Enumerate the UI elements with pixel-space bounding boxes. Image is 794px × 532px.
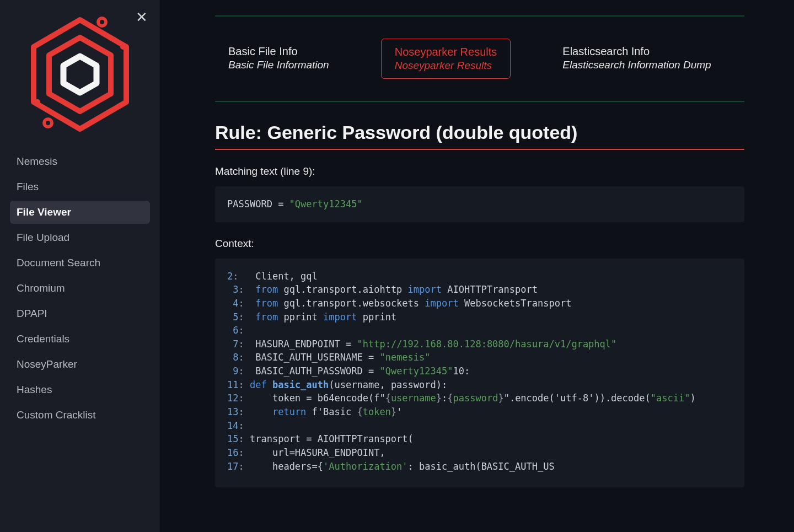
tabs: Basic File Info Basic File Information N… xyxy=(215,39,744,79)
svg-point-4 xyxy=(44,119,52,127)
context-codebox: 2: Client, gql 3: from gql.transport.aio… xyxy=(215,259,744,488)
match-label: Matching text (line 9): xyxy=(215,165,744,178)
sidebar-item-nemesis[interactable]: Nemesis xyxy=(10,150,150,173)
tab-subtitle: Elasticsearch Information Dump xyxy=(562,59,711,71)
sidebar: ✕ Nemesis Files File Viewer File Upload … xyxy=(0,0,160,532)
sidebar-item-files[interactable]: Files xyxy=(10,175,150,198)
svg-point-5 xyxy=(35,99,40,105)
sidebar-item-noseyparker[interactable]: NoseyParker xyxy=(10,353,150,376)
close-icon[interactable]: ✕ xyxy=(136,10,148,24)
match-codebox: PASSWORD = "Qwerty12345" xyxy=(215,186,744,222)
divider xyxy=(215,15,744,17)
main-content: Basic File Info Basic File Information N… xyxy=(160,0,794,532)
sidebar-item-document-search[interactable]: Document Search xyxy=(10,251,150,275)
tab-title: Noseyparker Results xyxy=(395,46,497,58)
hex-logo-icon xyxy=(25,17,135,132)
sidebar-item-chromium[interactable]: Chromium xyxy=(10,277,150,300)
context-label: Context: xyxy=(215,238,744,250)
svg-marker-1 xyxy=(49,37,111,111)
svg-point-3 xyxy=(98,18,106,26)
sidebar-item-file-upload[interactable]: File Upload xyxy=(10,226,150,249)
tab-title: Elasticsearch Info xyxy=(562,45,711,58)
rule-title: Rule: Generic Password (double quoted) xyxy=(215,122,744,150)
sidebar-item-hashes[interactable]: Hashes xyxy=(10,378,150,401)
tab-subtitle: Noseyparker Results xyxy=(395,60,497,72)
svg-marker-2 xyxy=(63,56,96,93)
tab-basic-file-info[interactable]: Basic File Info Basic File Information xyxy=(215,39,342,78)
sidebar-item-credentials[interactable]: Credentials xyxy=(10,327,150,351)
sidebar-nav: Nemesis Files File Viewer File Upload Do… xyxy=(0,144,160,434)
sidebar-item-custom-cracklist[interactable]: Custom Cracklist xyxy=(10,404,150,427)
tab-elasticsearch-info[interactable]: Elasticsearch Info Elasticsearch Informa… xyxy=(549,39,724,78)
divider xyxy=(215,101,744,102)
svg-point-6 xyxy=(120,44,126,50)
tab-noseyparker-results[interactable]: Noseyparker Results Noseyparker Results xyxy=(381,39,511,79)
tab-subtitle: Basic File Information xyxy=(228,59,329,71)
sidebar-item-file-viewer[interactable]: File Viewer xyxy=(10,201,150,224)
sidebar-item-dpapi[interactable]: DPAPI xyxy=(10,302,150,325)
tab-title: Basic File Info xyxy=(228,45,329,58)
